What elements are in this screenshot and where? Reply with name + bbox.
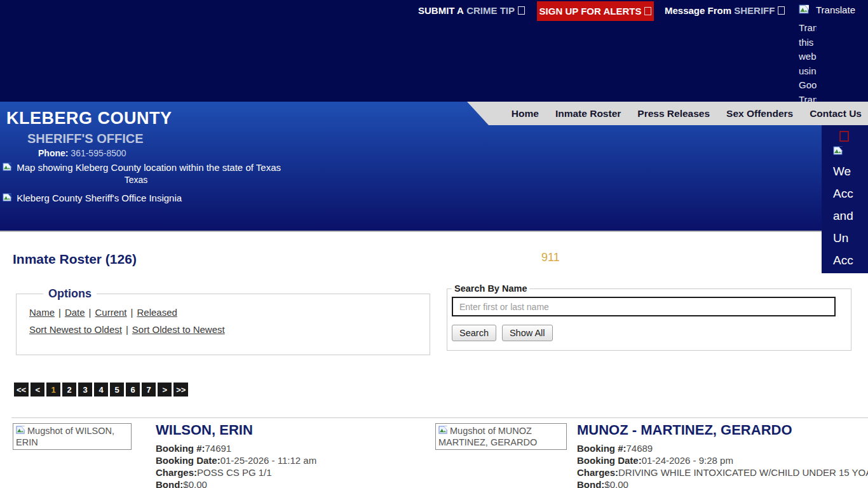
- mugshot-alt-text: Mugshot of WILSON, ERIN: [16, 426, 114, 447]
- sign-up-alerts-button[interactable]: SIGN UP FOR ALERTS: [537, 1, 654, 21]
- charges-label: Charges:: [577, 467, 618, 478]
- message-from-label-primary: Message From: [665, 5, 731, 16]
- pagination-page-7[interactable]: 7: [142, 383, 156, 396]
- top-utility-bar: SUBMIT A CRIME TIP SIGN UP FOR ALERTS Me…: [0, 0, 868, 102]
- booking-date-line: Booking Date:01-24-2026 - 9:28 pm: [577, 454, 868, 466]
- page-title: Inmate Roster (126): [13, 252, 137, 267]
- show-all-button[interactable]: Show All: [502, 325, 553, 341]
- filter-link-name[interactable]: Name: [29, 307, 55, 318]
- broken-image-icon: [16, 426, 25, 435]
- inmate-record: MUNOZ - MARTINEZ, GERARDO Booking #:7468…: [577, 422, 868, 488]
- broken-image-icon: [438, 426, 448, 435]
- phone-label: Phone:: [38, 148, 68, 158]
- bond-value: $0.00: [604, 479, 628, 488]
- pagination-next[interactable]: >: [158, 383, 172, 396]
- translate-label: Translate: [816, 4, 855, 15]
- translate-overflow-text: Translate this website using Google Tran…: [799, 21, 817, 107]
- broken-image-icon: [799, 4, 810, 15]
- sidebar-line: Acc: [833, 182, 868, 205]
- inmate-name-link[interactable]: WILSON, ERIN: [156, 422, 316, 438]
- insignia-alt-text: Kleberg County Sheriff's Office Insignia: [17, 193, 182, 203]
- map-caption: Texas: [0, 175, 272, 185]
- bond-line: Bond:$0.00: [577, 478, 868, 488]
- sidebar-line: Acc: [833, 249, 868, 271]
- pagination: << < 1 2 3 4 5 6 7 > >>: [14, 383, 188, 396]
- submit-crime-tip-label-secondary: CRIME TIP: [466, 5, 515, 16]
- message-from-label-secondary: SHERIFF: [734, 5, 775, 16]
- bond-value: $0.00: [183, 479, 207, 488]
- mugshot-broken-image[interactable]: Mugshot of MUNOZ MARTINEZ, GERARDO: [435, 423, 567, 450]
- mugshot-alt-text: Mugshot of MUNOZ MARTINEZ, GERARDO: [438, 426, 537, 447]
- office-subtitle: SHERIFF'S OFFICE: [27, 132, 144, 146]
- message-from-sheriff-link[interactable]: Message From SHERIFF: [665, 5, 785, 16]
- booking-date-label: Booking Date:: [156, 455, 220, 466]
- booking-date-line: Booking Date:01-25-2026 - 11:12 am: [156, 454, 316, 466]
- filter-link-current[interactable]: Current: [85, 307, 127, 318]
- options-panel: Options NameDateCurrentReleased Sort New…: [16, 287, 430, 355]
- sidebar-clipped-text: We Acc and Un Acc: [822, 160, 868, 271]
- nav-item-sex-offenders[interactable]: Sex Offenders: [726, 108, 793, 119]
- roster-divider: [11, 417, 868, 418]
- inmate-name-link[interactable]: MUNOZ - MARTINEZ, GERARDO: [577, 422, 868, 438]
- sidebar-line: and: [833, 205, 868, 227]
- search-button[interactable]: Search: [452, 325, 496, 341]
- sort-link-oldest[interactable]: Sort Oldest to Newest: [122, 324, 225, 335]
- translate-line: this: [799, 36, 817, 50]
- pagination-last[interactable]: >>: [173, 383, 188, 396]
- submit-crime-tip-link[interactable]: SUBMIT A CRIME TIP: [418, 5, 525, 16]
- filter-links-row: NameDateCurrentReleased: [29, 307, 430, 318]
- county-map-alt-text: Map showing Kleberg County location with…: [17, 162, 281, 173]
- translate-line: Translate: [799, 21, 817, 36]
- nav-item-inmate-roster[interactable]: Inmate Roster: [555, 108, 621, 119]
- missing-glyph-icon: [518, 6, 525, 15]
- missing-glyph-icon: [778, 6, 785, 15]
- pagination-page-2[interactable]: 2: [62, 383, 76, 396]
- phone-number: 361-595-8500: [71, 148, 126, 158]
- main-navigation: Home Inmate Roster Press Releases Sex Of…: [467, 102, 868, 125]
- booking-number-value: 74691: [205, 443, 232, 454]
- bond-label: Bond:: [577, 479, 604, 488]
- missing-glyph-icon: [839, 131, 849, 142]
- pagination-page-1[interactable]: 1: [46, 383, 60, 396]
- pagination-page-6[interactable]: 6: [126, 383, 140, 396]
- search-buttons-row: Search Show All: [452, 325, 851, 341]
- page: SUBMIT A CRIME TIP SIGN UP FOR ALERTS Me…: [0, 0, 868, 488]
- sort-links-row: Sort Newest to OldestSort Oldest to Newe…: [29, 324, 430, 335]
- bond-label: Bond:: [156, 479, 183, 488]
- pagination-prev[interactable]: <: [31, 383, 44, 396]
- nav-item-contact-us[interactable]: Contact Us: [810, 108, 862, 119]
- booking-number-line: Booking #:74691: [156, 442, 316, 454]
- booking-date-value: 01-25-2026 - 11:12 am: [220, 455, 317, 466]
- options-legend: Options: [43, 287, 97, 301]
- sign-up-alerts-label: SIGN UP FOR ALERTS: [539, 6, 642, 17]
- bond-line: Bond:$0.00: [156, 478, 316, 488]
- pagination-page-5[interactable]: 5: [110, 383, 124, 396]
- mugshot-broken-image[interactable]: Mugshot of WILSON, ERIN: [13, 423, 132, 450]
- insignia-broken-image: Kleberg County Sheriff's Office Insignia: [3, 193, 182, 203]
- broken-image-icon: [3, 193, 12, 203]
- sort-link-newest[interactable]: Sort Newest to Oldest: [29, 324, 122, 335]
- phone-line: Phone: 361-595-8500: [38, 148, 126, 158]
- search-input[interactable]: [452, 297, 836, 316]
- translate-line: using: [799, 64, 817, 79]
- charges-value: POSS CS PG 1/1: [197, 467, 272, 478]
- filter-link-released[interactable]: Released: [127, 307, 177, 318]
- booking-number-label: Booking #:: [156, 443, 205, 454]
- filter-link-date[interactable]: Date: [55, 307, 85, 318]
- pagination-first[interactable]: <<: [14, 383, 29, 396]
- charges-line: Charges:DRIVING WHILE INTOXICATED W/CHIL…: [577, 466, 868, 478]
- booking-number-value: 74689: [627, 443, 653, 454]
- pagination-page-4[interactable]: 4: [94, 383, 108, 396]
- nav-item-home[interactable]: Home: [512, 108, 539, 119]
- nav-item-press-releases[interactable]: Press Releases: [637, 108, 710, 119]
- search-panel: Search By Name Search Show All: [447, 283, 851, 351]
- pagination-page-3[interactable]: 3: [78, 383, 92, 396]
- broken-image-icon: [833, 146, 843, 156]
- booking-number-label: Booking #:: [577, 443, 627, 454]
- booking-date-label: Booking Date:: [577, 455, 642, 466]
- charges-value: DRIVING WHILE INTOXICATED W/CHILD UNDER …: [618, 467, 868, 478]
- booking-number-line: Booking #:74689: [577, 442, 868, 454]
- inmate-record: WILSON, ERIN Booking #:74691 Booking Dat…: [156, 422, 316, 488]
- charges-line: Charges:POSS CS PG 1/1: [156, 466, 316, 478]
- translate-button[interactable]: Translate: [799, 4, 855, 15]
